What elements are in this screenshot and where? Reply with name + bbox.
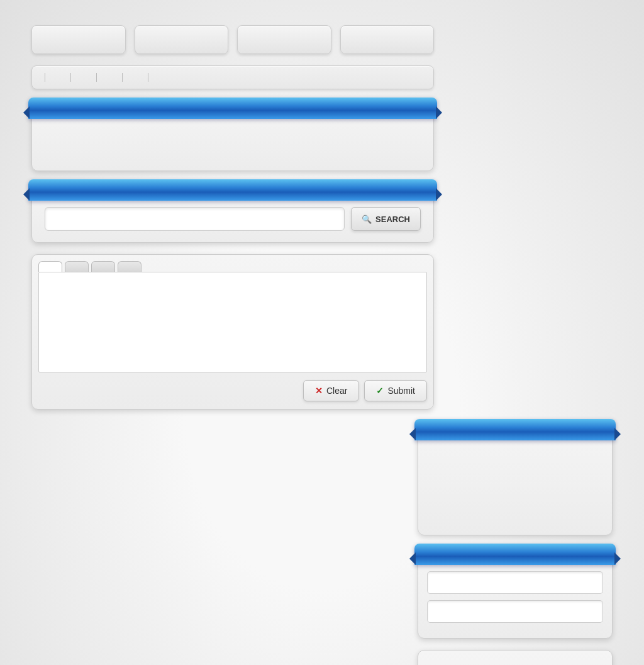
right-input-1[interactable] — [427, 571, 603, 594]
button-4[interactable] — [340, 25, 435, 54]
ribbon-panel-1 — [31, 101, 434, 171]
blue-ribbon-1 — [28, 98, 437, 119]
search-panel: 🔍 SEARCH — [31, 182, 434, 243]
tab-2[interactable] — [65, 261, 89, 272]
button-2[interactable] — [135, 25, 229, 54]
tab-3[interactable] — [91, 261, 115, 272]
tab-4[interactable] — [118, 261, 142, 272]
tab-1[interactable] — [38, 261, 62, 272]
search-btn-icon: 🔍 — [362, 215, 372, 224]
search-button[interactable]: 🔍 SEARCH — [351, 207, 421, 231]
tick-4 — [122, 73, 123, 82]
search-btn-label: SEARCH — [375, 215, 410, 224]
right-input-2[interactable] — [427, 600, 603, 623]
tick-5 — [148, 73, 148, 82]
submit-button[interactable]: ✓ Submit — [364, 380, 427, 401]
tabs-panel: ✕ Clear ✓ Submit — [31, 254, 434, 410]
button-1[interactable] — [31, 25, 126, 54]
right-mid-panel — [418, 547, 613, 639]
tabs-row — [32, 255, 433, 272]
icons-panel: ▲ ★ — [418, 650, 613, 665]
clear-button[interactable]: ✕ Clear — [303, 380, 359, 401]
right-top-panel — [418, 422, 613, 535]
search-input[interactable] — [45, 207, 345, 231]
blue-ribbon-2 — [28, 179, 437, 201]
buttons-row — [31, 25, 434, 54]
submit-label: Submit — [387, 386, 415, 396]
tick-3 — [96, 73, 97, 82]
clear-label: Clear — [326, 386, 347, 396]
submit-check-icon: ✓ — [376, 386, 384, 396]
blue-ribbon-4 — [414, 544, 616, 565]
blue-ribbon-3 — [414, 419, 616, 440]
clear-x-icon: ✕ — [315, 386, 323, 396]
tick-2 — [70, 73, 71, 82]
slider-bar[interactable] — [31, 65, 434, 89]
tabs-footer: ✕ Clear ✓ Submit — [32, 372, 433, 409]
tick-1 — [45, 73, 45, 82]
tab-content[interactable] — [38, 272, 427, 372]
button-3[interactable] — [237, 25, 331, 54]
